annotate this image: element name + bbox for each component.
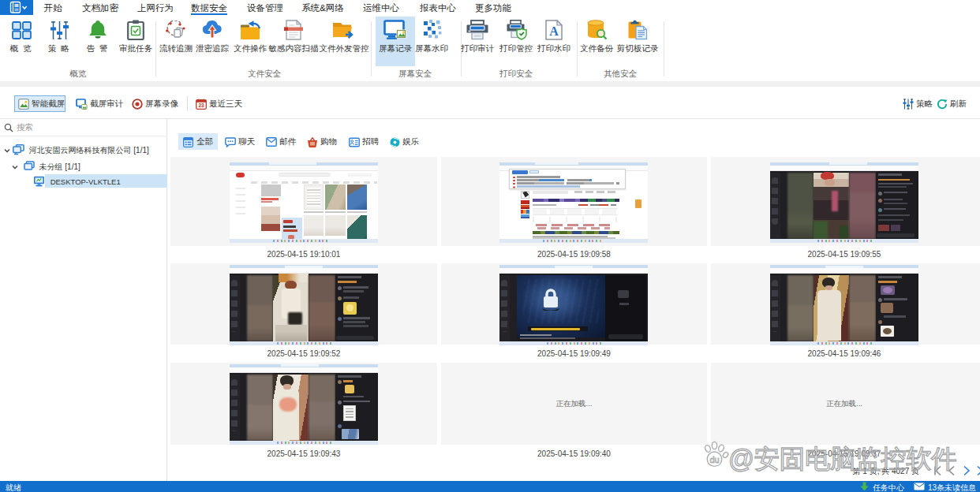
svg-text:23: 23 bbox=[198, 102, 204, 108]
svg-text:@安固电脑监控软件: @安固电脑监控软件 bbox=[728, 445, 956, 473]
svg-text:du: du bbox=[709, 455, 719, 464]
svg-text:A: A bbox=[549, 24, 559, 38]
